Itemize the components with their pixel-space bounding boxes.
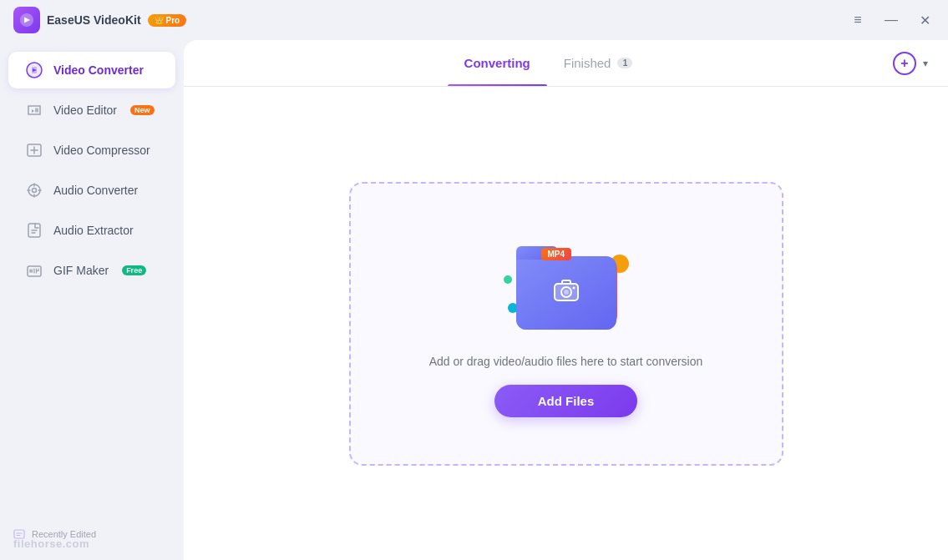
drop-zone-container: MP4 Add or drag video/audio files here t…: [184, 87, 948, 560]
sidebar-item-gif-maker-label: GIF Maker: [53, 264, 109, 277]
add-action-button[interactable]: +: [893, 52, 916, 75]
sidebar: Video Converter Video Editor New: [0, 40, 184, 560]
window-controls: ≡ — ✕: [848, 10, 935, 30]
free-badge: Free: [122, 265, 146, 275]
add-files-button[interactable]: Add Files: [494, 385, 638, 417]
minimize-button[interactable]: —: [881, 10, 901, 30]
sidebar-item-audio-extractor[interactable]: Audio Extractor: [8, 212, 175, 249]
camera-icon: [551, 275, 581, 311]
drop-instruction-text: Add or drag video/audio files here to st…: [429, 355, 703, 368]
svg-point-11: [564, 290, 569, 295]
decorative-dot-green: [504, 275, 512, 284]
titlebar: EaseUS VideoKit Pro ≡ — ✕: [0, 0, 948, 40]
converting-tab-label: Converting: [464, 56, 530, 70]
close-button[interactable]: ✕: [915, 10, 935, 30]
sidebar-item-audio-converter[interactable]: Audio Converter: [8, 172, 175, 209]
content-area: Converting Finished 1 + ▾: [184, 40, 948, 560]
sidebar-item-video-editor-label: Video Editor: [53, 103, 117, 117]
tab-converting[interactable]: Converting: [448, 40, 547, 86]
sidebar-item-video-converter[interactable]: Video Converter: [8, 52, 175, 88]
folder-illustration: MP4: [499, 230, 633, 338]
main-layout: Video Converter Video Editor New: [0, 40, 948, 560]
drop-zone[interactable]: MP4 Add or drag video/audio files here t…: [349, 182, 783, 466]
mp4-label: MP4: [541, 248, 572, 260]
menu-button[interactable]: ≡: [848, 10, 868, 30]
finished-tab-label: Finished: [564, 56, 611, 70]
sidebar-item-video-converter-label: Video Converter: [53, 63, 144, 77]
sidebar-item-gif-maker[interactable]: GIF Maker Free: [8, 252, 175, 289]
tab-actions: + ▾: [893, 52, 928, 75]
tab-finished[interactable]: Finished 1: [547, 40, 650, 86]
sidebar-item-audio-converter-label: Audio Converter: [53, 184, 138, 197]
sidebar-item-audio-extractor-label: Audio Extractor: [53, 224, 134, 237]
finished-count-badge: 1: [617, 58, 632, 68]
svg-point-4: [33, 189, 37, 193]
pro-badge: Pro: [148, 14, 187, 27]
audio-extractor-icon: [25, 221, 43, 240]
audio-converter-icon: [25, 181, 43, 199]
sidebar-item-video-compressor[interactable]: Video Compressor: [8, 132, 175, 169]
video-editor-icon: [25, 101, 43, 119]
video-compressor-icon: [25, 141, 43, 159]
app-name: EaseUS VideoKit: [47, 13, 141, 27]
svg-point-12: [572, 286, 575, 289]
new-badge: New: [130, 105, 155, 115]
video-converter-icon: [25, 61, 43, 79]
app-logo: [13, 7, 40, 33]
sidebar-item-video-editor[interactable]: Video Editor New: [8, 92, 175, 129]
folder-front: [516, 256, 616, 330]
gif-maker-icon: [25, 261, 43, 280]
tab-bar: Converting Finished 1 + ▾: [184, 40, 948, 87]
sidebar-item-video-compressor-label: Video Compressor: [53, 144, 150, 157]
dropdown-button[interactable]: ▾: [923, 58, 928, 69]
